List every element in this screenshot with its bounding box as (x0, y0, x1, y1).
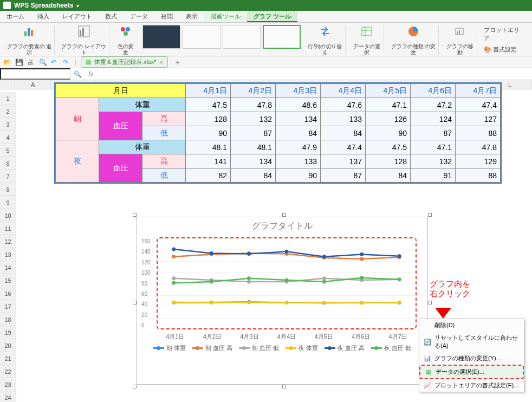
tab-data[interactable]: データ (124, 11, 154, 22)
svg-rect-9 (362, 27, 372, 36)
chart-style-3[interactable] (223, 25, 261, 49)
svg-point-49 (285, 301, 289, 304)
weight-header: 体重 (99, 98, 186, 112)
row-header[interactable]: 20 (0, 339, 16, 352)
tab-layout[interactable]: レイアウト (56, 11, 99, 22)
svg-point-37 (360, 257, 364, 261)
ctx-plot-area-format[interactable]: 📈 プロットエリアの書式設定(F)... (419, 379, 524, 392)
ctx-delete[interactable]: 削除(D) (419, 319, 524, 332)
svg-point-58 (360, 252, 364, 256)
date-cell[interactable]: 4月5日 (366, 84, 411, 98)
chart-title[interactable]: グラフタイトル (137, 217, 427, 235)
svg-rect-5 (82, 28, 84, 36)
redo-icon[interactable]: ↷ (63, 59, 70, 66)
svg-point-8 (124, 31, 128, 36)
ctx-reset-style[interactable]: 🔄 リセットしてスタイルに合わせる(A) (419, 332, 524, 352)
context-menu: 削除(D) 🔄 リセットしてスタイルに合わせる(A) 📊 グラフの種類の変更(Y… (419, 319, 524, 392)
row-header[interactable]: 9 (0, 196, 16, 209)
row-header[interactable]: 22 (0, 365, 16, 378)
undo-icon[interactable]: ↶ (51, 59, 59, 66)
ribbon-select-data[interactable]: データの選択 (350, 25, 384, 55)
date-cell[interactable]: 4月3日 (276, 84, 321, 98)
formula-bar: 🔍 fx (0, 68, 532, 80)
row-header[interactable]: 8 (0, 183, 16, 196)
new-tab-button[interactable]: + (172, 58, 183, 67)
row-header[interactable]: 13 (0, 248, 16, 261)
chart-legend[interactable]: 朝 体重朝 血圧 高朝 血圧 低夜 体重夜 血圧 高夜 血圧 低 (137, 341, 427, 355)
chart-object[interactable]: グラフタイトル 020406080100120140160 4月1日4月2日4月… (137, 217, 428, 385)
tab-review[interactable]: 校閲 (154, 11, 179, 22)
ctx-change-chart-type[interactable]: 📊 グラフの種類の変更(Y)... (419, 352, 524, 365)
row-header[interactable]: 18 (0, 313, 16, 326)
row-header[interactable]: 21 (0, 352, 16, 365)
save-icon[interactable]: 💾 (15, 59, 23, 66)
title-dropdown-icon[interactable]: ▾ (76, 3, 79, 9)
row-header[interactable]: 6 (0, 157, 16, 170)
tab-drawing-tools[interactable]: 描画ツール (204, 11, 247, 22)
swap-rowcol-icon (319, 25, 332, 38)
formula-input[interactable] (96, 68, 532, 80)
add-element-icon (23, 25, 36, 38)
svg-point-65 (360, 276, 364, 280)
chart-style-2[interactable] (183, 25, 220, 49)
date-cell[interactable]: 4月6日 (411, 84, 456, 98)
row-header[interactable]: 23 (0, 378, 16, 391)
ribbon-add-element[interactable]: グラフの要素の 追加 (4, 25, 55, 55)
row-header[interactable]: 2 (0, 105, 16, 118)
date-cell[interactable]: 4月1日 (186, 84, 231, 98)
search-icon[interactable]: 🔍 (70, 70, 85, 78)
svg-point-6 (121, 27, 125, 31)
select-data-icon: ▦ (425, 368, 432, 376)
open-icon[interactable]: 📂 (3, 59, 11, 66)
tab-chart-tools[interactable]: グラフ ツール (247, 11, 297, 22)
select-all-corner[interactable] (0, 80, 15, 89)
chart-style-4[interactable] (263, 25, 301, 49)
name-box[interactable] (0, 68, 70, 80)
svg-point-64 (322, 280, 326, 284)
tab-insert[interactable]: 挿入 (31, 11, 56, 22)
ribbon-change-color[interactable]: 色の変更 (114, 25, 138, 55)
row-header[interactable]: 15 (0, 274, 16, 287)
row-header[interactable]: 14 (0, 261, 16, 274)
preview-icon[interactable]: 🔍 (39, 59, 47, 66)
row-header[interactable]: 16 (0, 287, 16, 300)
row-header[interactable]: 11 (0, 222, 16, 235)
row-header[interactable]: 3 (0, 118, 16, 131)
ribbon-plot-area[interactable]: プロットエリア (482, 25, 523, 43)
print-icon[interactable]: 🖨 (27, 59, 35, 66)
file-tab[interactable]: ▦ 体重＆血圧記録表.xlsx* × (81, 56, 168, 68)
row-header[interactable]: 19 (0, 326, 16, 339)
date-cell[interactable]: 4月7日 (456, 84, 501, 98)
fx-label[interactable]: fx (85, 70, 96, 78)
row-header[interactable]: 4 (0, 131, 16, 144)
chart-style-gallery[interactable] (142, 25, 301, 49)
svg-point-48 (247, 301, 251, 304)
ribbon-move-chart[interactable]: グラフの移動 (443, 25, 477, 55)
tab-view[interactable]: 表示 (179, 11, 204, 22)
ribbon-swap-rowcol[interactable]: 行/列の切り替え (305, 25, 346, 55)
chart-plot-area[interactable]: 020406080100120140160 (157, 237, 417, 329)
ribbon-chart-layout[interactable]: グラフの レイアウト (59, 25, 109, 55)
ribbon-format[interactable]: 🎨 書式設定 (482, 44, 523, 55)
ribbon-change-chart-type[interactable]: グラフの種類 の変更 (388, 25, 439, 55)
ctx-select-data[interactable]: ▦ データの選択(E)... (419, 365, 524, 379)
col-header[interactable]: A (15, 80, 51, 89)
tab-home[interactable]: ホーム (0, 11, 31, 22)
row-header[interactable]: 24 (0, 391, 16, 402)
ribbon-right-group: プロットエリア 🎨 書式設定 (482, 25, 528, 55)
row-header[interactable]: 10 (0, 209, 16, 222)
close-icon[interactable]: × (159, 59, 163, 66)
date-cell[interactable]: 4月4日 (321, 84, 366, 98)
row-header[interactable]: 1 (0, 92, 16, 105)
row-header[interactable]: 17 (0, 300, 16, 313)
data-table[interactable]: 月日 4月1日 4月2日 4月3日 4月4日 4月5日 4月6日 4月7日 朝 … (54, 82, 502, 184)
chart-style-1[interactable] (142, 25, 180, 49)
svg-point-63 (285, 278, 289, 282)
row-header[interactable]: 7 (0, 170, 16, 183)
row-header[interactable]: 5 (0, 144, 16, 157)
tab-formula[interactable]: 数式 (99, 11, 124, 22)
date-cell[interactable]: 4月2日 (231, 84, 276, 98)
chart-layout-icon (77, 25, 90, 38)
bp-header: 血圧 (99, 112, 142, 140)
row-header[interactable]: 12 (0, 235, 16, 248)
